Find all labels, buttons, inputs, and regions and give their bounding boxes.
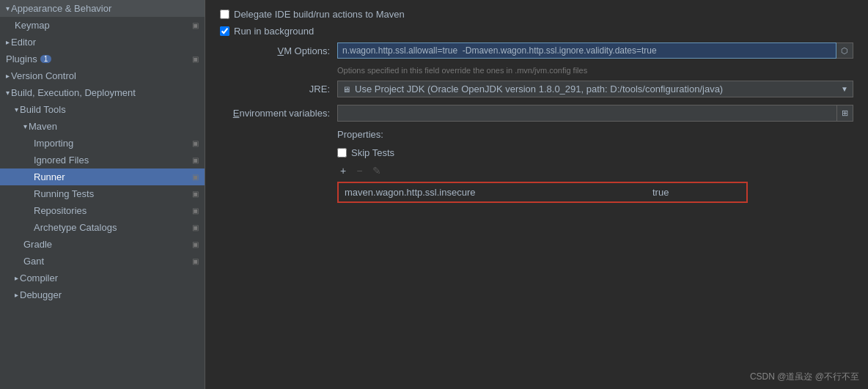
sidebar-label-runner: Runner xyxy=(34,171,65,182)
env-vars-expand-btn[interactable]: ⊞ xyxy=(837,105,853,122)
watermark: CSDN @道虽迩 @不行不至 xyxy=(750,371,859,383)
sidebar-item-gant[interactable]: Gant▣ xyxy=(0,253,205,270)
sidebar-label-debugger: Debugger xyxy=(20,289,62,300)
expand-icon-build-tools: ▾ xyxy=(15,105,18,114)
sidebar-label-build-execution-deployment: Build, Execution, Deployment xyxy=(11,87,136,98)
skip-tests-checkbox[interactable] xyxy=(337,148,347,158)
table-row: maven.wagon.http.ssl.insecure true xyxy=(339,183,746,201)
page-icon-running-tests: ▣ xyxy=(192,190,199,198)
sidebar-label-gant: Gant xyxy=(23,256,44,267)
sidebar-label-appearance-behavior: Appearance & Behavior xyxy=(11,3,111,14)
sidebar-label-compiler: Compiler xyxy=(20,273,58,284)
sidebar-label-maven: Maven xyxy=(29,121,57,132)
sidebar-item-gradle[interactable]: Gradle▣ xyxy=(0,236,205,253)
vm-options-expand-btn[interactable]: ⬡ xyxy=(836,42,853,59)
sidebar-label-version-control: Version Control xyxy=(11,70,76,81)
page-icon-archetype-catalogs: ▣ xyxy=(192,223,199,231)
add-property-button[interactable]: + xyxy=(337,164,349,177)
properties-label-row: Properties: xyxy=(220,129,853,140)
sidebar-item-runner[interactable]: Runner▣ xyxy=(0,168,205,185)
jre-dropdown-arrow: ▼ xyxy=(841,85,848,93)
sidebar-item-build-tools[interactable]: ▾Build Tools xyxy=(0,101,205,118)
jre-value: Use Project JDK (Oracle OpenJDK version … xyxy=(355,84,841,95)
delegate-label[interactable]: Delegate IDE build/run actions to Maven xyxy=(234,9,405,20)
expand-icon-editor: ▸ xyxy=(6,38,10,46)
sidebar-item-debugger[interactable]: ▸Debugger xyxy=(0,286,205,303)
sidebar-item-editor[interactable]: ▸Editor xyxy=(0,34,205,51)
background-label[interactable]: Run in background xyxy=(234,26,314,37)
prop-name: maven.wagon.http.ssl.insecure xyxy=(345,187,652,198)
vm-options-input[interactable] xyxy=(337,42,836,59)
sidebar-item-importing[interactable]: Importing▣ xyxy=(0,135,205,152)
delegate-checkbox-row: Delegate IDE build/run actions to Maven xyxy=(220,9,853,20)
badge-plugins: 1 xyxy=(40,55,52,63)
sidebar-item-appearance-behavior[interactable]: ▾Appearance & Behavior xyxy=(0,0,205,17)
sidebar-label-repositories: Repositories xyxy=(34,205,87,216)
expand-icon-build-execution-deployment: ▾ xyxy=(6,89,10,97)
sidebar-item-version-control[interactable]: ▸Version Control xyxy=(0,67,205,84)
page-icon-plugins: ▣ xyxy=(192,55,199,63)
skip-tests-label[interactable]: Skip Tests xyxy=(351,147,394,158)
sidebar-item-ignored-files[interactable]: Ignored Files▣ xyxy=(0,152,205,168)
env-vars-input[interactable] xyxy=(337,105,837,122)
sidebar-item-repositories[interactable]: Repositories▣ xyxy=(0,202,205,219)
vm-options-row: VM Options: ⬡ xyxy=(220,42,853,59)
background-checkbox-row: Run in background xyxy=(220,26,853,37)
env-vars-row: Environment variables: ⊞ xyxy=(220,105,853,122)
sidebar-item-build-execution-deployment[interactable]: ▾Build, Execution, Deployment xyxy=(0,84,205,101)
sidebar-label-plugins: Plugins xyxy=(6,53,37,64)
background-checkbox[interactable] xyxy=(220,26,229,36)
sidebar-label-editor: Editor xyxy=(11,37,36,48)
sidebar-label-keymap: Keymap xyxy=(15,20,50,31)
vm-options-input-wrap: ⬡ xyxy=(337,42,853,59)
jre-row: JRE: 🖥 Use Project JDK (Oracle OpenJDK v… xyxy=(220,81,853,97)
skip-tests-row: Skip Tests xyxy=(337,147,853,158)
sidebar-item-archetype-catalogs[interactable]: Archetype Catalogs▣ xyxy=(0,219,205,236)
sidebar-label-ignored-files: Ignored Files xyxy=(34,155,89,166)
sidebar-item-maven[interactable]: ▾Maven xyxy=(0,118,205,135)
page-icon-ignored-files: ▣ xyxy=(192,156,199,164)
jre-icon: 🖥 xyxy=(342,85,350,94)
expand-icon-compiler: ▸ xyxy=(15,274,18,282)
properties-heading: Properties: xyxy=(337,129,383,140)
prop-value: true xyxy=(652,187,740,198)
expand-icon-debugger: ▸ xyxy=(15,291,18,299)
properties-table: maven.wagon.http.ssl.insecure true xyxy=(337,182,748,203)
page-icon-runner: ▣ xyxy=(192,173,199,181)
page-icon-repositories: ▣ xyxy=(192,207,199,215)
sidebar-label-importing: Importing xyxy=(34,138,73,149)
sidebar-item-keymap[interactable]: Keymap▣ xyxy=(0,17,205,34)
vm-options-label: VM Options: xyxy=(220,45,337,56)
delegate-checkbox[interactable] xyxy=(220,10,229,19)
env-vars-input-wrap: ⊞ xyxy=(337,105,853,122)
remove-property-button[interactable]: − xyxy=(353,164,365,177)
expand-icon-version-control: ▸ xyxy=(6,72,10,80)
jre-label: JRE: xyxy=(220,84,337,95)
sidebar-label-running-tests: Running Tests xyxy=(34,188,94,199)
sidebar-label-build-tools: Build Tools xyxy=(20,104,66,115)
sidebar-label-gradle: Gradle xyxy=(23,239,52,250)
edit-property-button[interactable]: ✎ xyxy=(369,164,384,177)
expand-icon-maven: ▾ xyxy=(23,122,27,130)
page-icon-gant: ▣ xyxy=(192,257,199,265)
page-icon-gradle: ▣ xyxy=(192,240,199,248)
properties-toolbar: + − ✎ xyxy=(337,164,853,177)
main-content: Delegate IDE build/run actions to Maven … xyxy=(205,0,868,389)
sidebar-item-plugins[interactable]: Plugins1▣ xyxy=(0,51,205,67)
sidebar-label-archetype-catalogs: Archetype Catalogs xyxy=(34,222,117,233)
sidebar-item-running-tests[interactable]: Running Tests▣ xyxy=(0,185,205,202)
expand-icon-appearance-behavior: ▾ xyxy=(6,4,10,12)
env-vars-label: Environment variables: xyxy=(220,108,337,119)
page-icon-importing: ▣ xyxy=(192,139,199,147)
sidebar: ▾Appearance & BehaviorKeymap▣▸EditorPlug… xyxy=(0,0,205,389)
page-icon-keymap: ▣ xyxy=(192,21,199,29)
vm-options-hint: Options specified in this field override… xyxy=(337,66,853,75)
sidebar-item-compiler[interactable]: ▸Compiler xyxy=(0,270,205,286)
properties-section: Properties: Skip Tests + − ✎ maven.wagon… xyxy=(220,129,853,203)
properties-table-wrap: maven.wagon.http.ssl.insecure true xyxy=(337,182,853,203)
jre-select[interactable]: 🖥 Use Project JDK (Oracle OpenJDK versio… xyxy=(337,81,853,97)
